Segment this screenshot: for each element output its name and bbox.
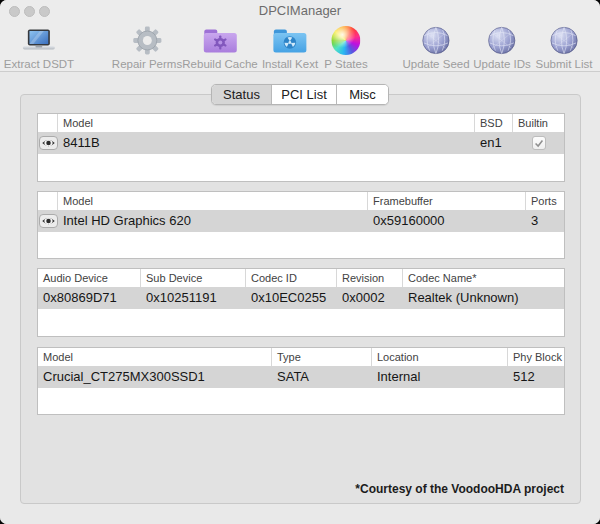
- gear-icon: [132, 24, 163, 57]
- cell-graphics-framebuffer: 0x59160000: [368, 210, 526, 232]
- column-header-audio-device[interactable]: Audio Device: [38, 269, 141, 287]
- cell-codec-name: Realtek (Unknown): [403, 287, 564, 309]
- toolbar-item-label: Update Seed: [402, 58, 469, 70]
- column-header-codec-name[interactable]: Codec Name*: [403, 269, 564, 287]
- column-header-sub-device[interactable]: Sub Device: [141, 269, 246, 287]
- p-states-button[interactable]: P States: [324, 24, 367, 70]
- toolbar-item-label: Update IDs: [473, 58, 531, 70]
- laptop-icon: [20, 24, 58, 57]
- cell-graphics-ports: 3: [526, 210, 564, 232]
- toolbar-item-label: Repair Perms: [112, 58, 182, 70]
- cell-network-bsd: en1: [475, 132, 513, 154]
- rebuild-cache-button[interactable]: Rebuild Cache: [182, 24, 257, 70]
- tab-misc[interactable]: Misc: [337, 85, 388, 104]
- update-ids-button[interactable]: Update IDs: [473, 24, 531, 70]
- column-header-phy-block[interactable]: Phy Block: [508, 348, 564, 366]
- column-header-bsd[interactable]: BSD: [475, 114, 513, 132]
- eye-icon[interactable]: [39, 136, 58, 150]
- column-header-model[interactable]: Model: [58, 192, 368, 210]
- table-row[interactable]: 0x80869D71 0x10251191 0x10EC0255 0x0002 …: [38, 287, 564, 309]
- cell-audio-device: 0x80869D71: [38, 287, 141, 309]
- toolbar: Extract DSDT: [0, 22, 600, 71]
- storage-table: Model Type Location Phy Block Crucial_CT…: [37, 347, 565, 415]
- tab-bar: Status PCI List Misc: [211, 84, 389, 105]
- tab-status[interactable]: Status: [212, 85, 272, 104]
- window-header: DPCIManager Extract DSDT: [0, 0, 600, 72]
- table-row[interactable]: Crucial_CT275MX300SSD1 SATA Internal 512: [38, 366, 564, 388]
- update-seed-button[interactable]: Update Seed: [402, 24, 469, 70]
- globe-icon: [488, 24, 517, 57]
- toolbar-item-label: Rebuild Cache: [182, 58, 257, 70]
- blue-folder-kext-icon: [272, 24, 308, 57]
- cell-sub-device: 0x10251191: [141, 287, 246, 309]
- column-header-model[interactable]: Model: [38, 348, 272, 366]
- cell-storage-type: SATA: [272, 366, 372, 388]
- voodoohda-credit-note: *Courtesy of the VoodooHDA project: [355, 482, 564, 496]
- close-button[interactable]: [9, 6, 20, 17]
- network-table-header: Model BSD Builtin: [38, 114, 564, 132]
- builtin-checkbox[interactable]: [532, 136, 546, 150]
- cell-storage-location: Internal: [372, 366, 508, 388]
- storage-table-header: Model Type Location Phy Block: [38, 348, 564, 366]
- column-header-builtin[interactable]: Builtin: [513, 114, 564, 132]
- visibility-column-header[interactable]: [38, 114, 58, 132]
- audio-table-header: Audio Device Sub Device Codec ID Revisio…: [38, 269, 564, 287]
- column-header-location[interactable]: Location: [372, 348, 508, 366]
- install-kext-button[interactable]: Install Kext: [262, 24, 318, 70]
- window-title: DPCIManager: [0, 0, 600, 22]
- dpcimanager-window: DPCIManager Extract DSDT: [0, 0, 600, 524]
- cell-graphics-model: Intel HD Graphics 620: [58, 210, 368, 232]
- color-wheel-icon: [331, 24, 360, 57]
- cell-revision: 0x0002: [337, 287, 403, 309]
- audio-table: Audio Device Sub Device Codec ID Revisio…: [37, 268, 565, 337]
- titlebar: DPCIManager: [0, 0, 600, 22]
- cell-codec-id: 0x10EC0255: [246, 287, 337, 309]
- tab-pci-list[interactable]: PCI List: [272, 85, 337, 104]
- column-header-ports[interactable]: Ports: [526, 192, 564, 210]
- column-header-revision[interactable]: Revision: [337, 269, 403, 287]
- table-row[interactable]: Intel HD Graphics 620 0x59160000 3: [38, 210, 564, 232]
- globe-icon: [549, 24, 578, 57]
- network-table: Model BSD Builtin 8411B en1: [37, 113, 565, 182]
- table-row[interactable]: 8411B en1: [38, 132, 564, 154]
- main-content: Status PCI List Misc Model BSD Builtin: [0, 73, 600, 524]
- repair-perms-button[interactable]: Repair Perms: [112, 24, 182, 70]
- toolbar-item-label: Install Kext: [262, 58, 318, 70]
- extract-dsdt-button[interactable]: Extract DSDT: [4, 24, 74, 70]
- cell-network-model: 8411B: [58, 132, 475, 154]
- cell-storage-phy-block: 512: [508, 366, 564, 388]
- graphics-table: Model Framebuffer Ports Intel HD Graphic…: [37, 191, 565, 259]
- eye-icon[interactable]: [39, 214, 58, 228]
- toolbar-item-label: Submit List: [536, 58, 593, 70]
- column-header-model[interactable]: Model: [58, 114, 475, 132]
- column-header-type[interactable]: Type: [272, 348, 372, 366]
- minimize-button[interactable]: [24, 6, 35, 17]
- globe-icon: [421, 24, 450, 57]
- purple-folder-gear-icon: [202, 24, 238, 57]
- visibility-column-header[interactable]: [38, 192, 58, 210]
- toolbar-item-label: Extract DSDT: [4, 58, 74, 70]
- toolbar-item-label: P States: [324, 58, 367, 70]
- graphics-table-header: Model Framebuffer Ports: [38, 192, 564, 210]
- zoom-button[interactable]: [39, 6, 50, 17]
- submit-list-button[interactable]: Submit List: [536, 24, 593, 70]
- cell-storage-model: Crucial_CT275MX300SSD1: [38, 366, 272, 388]
- column-header-codec-id[interactable]: Codec ID: [246, 269, 337, 287]
- column-header-framebuffer[interactable]: Framebuffer: [368, 192, 526, 210]
